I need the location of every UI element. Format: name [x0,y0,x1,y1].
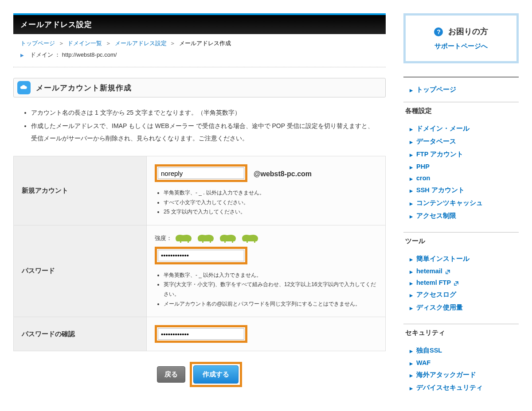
submit-highlight: 作成する [190,362,242,387]
sidebar-item: ディスク使用量 [410,301,519,314]
strength-label: 強度： [155,235,172,241]
info-note: 作成したメールアドレスで、IMAP もしくは WEBメーラー で受信される場合、… [31,120,377,144]
password-strength: 強度： [155,233,377,244]
breadcrumb-domains[interactable]: ドメイン一覧 [67,40,102,47]
mail-cloud-icon [17,81,31,94]
password-highlight [155,247,247,264]
external-link-icon [454,280,459,286]
sidebar-link[interactable]: ディスク使用量 [410,304,463,311]
sidebar-item: SSH アカウント [410,184,519,197]
note-item: 半角英数字、- _ 以外は入力できません。 [164,271,377,280]
sidebar-link[interactable]: 簡単インストール [410,255,469,262]
hippo-icon [176,233,192,244]
breadcrumb-mail[interactable]: メールアドレス設定 [115,40,167,47]
help-icon: ? [434,27,443,36]
sidebar-link[interactable]: hetemail [410,268,450,275]
sidebar-item: 簡単インストール [410,252,519,265]
form-table: 新規アカウント @webst8-pc.com 半角英数字、- _ . 以外は入力… [13,156,386,351]
sidebar-list: 簡単インストールhetemailheteml FTPアクセスログディスク使用量 [403,252,519,324]
sidebar-heading: セキュリティ [403,324,519,344]
domain-line: ▶ ドメイン ： http://webst8-pc.com/ [13,50,386,67]
back-button[interactable]: 戻る [157,366,185,383]
sidebar-item: hetemail [410,265,519,277]
hippo-icon [242,233,258,244]
sidebar-item: 海外アタックガード [410,368,519,381]
account-input[interactable] [158,167,244,179]
sidebar-top-link[interactable]: トップページ [410,85,456,93]
note-item: メールアカウント名の@以前とパスワードを同じ文字列にすることはできません。 [164,299,377,309]
breadcrumb-separator: ＞ [170,40,176,47]
section-title: メールアカウント新規作成 [36,83,132,93]
sidebar-list: 独自SSLWAF海外アタックガードデバイスセキュリティ [403,344,519,404]
sidebar-item: cron [410,172,519,184]
password-confirm-highlight [155,325,247,343]
strength-indicator [176,233,258,244]
sidebar-link[interactable]: heteml FTP [410,279,459,286]
sidebar-item: ドメイン・メール [410,122,519,135]
submit-button[interactable]: 作成する [193,365,239,384]
sidebar-heading: ツール [403,232,519,252]
help-box: ? お困りの方 サポートページへ [403,13,519,63]
help-link[interactable]: サポートページへ [434,42,488,50]
button-row: 戻る 作成する [13,351,386,392]
note-item: すべて小文字で入力してください。 [164,198,377,208]
account-domain-suffix: @webst8-pc.com [254,170,312,178]
help-title: ? お困りの方 [410,26,512,37]
divider [13,67,386,67]
breadcrumb-separator: ＞ [106,40,111,47]
sidebar-item: 独自SSL [410,344,519,357]
sidebar-link[interactable]: デバイスセキュリティ [410,384,483,391]
note-item: 25 文字以内で入力してください。 [164,207,377,217]
domain-label: ドメイン ： http://webst8-pc.com/ [30,51,117,58]
password-confirm-input[interactable] [158,328,244,340]
breadcrumb: トップページ ＞ ドメイン一覧 ＞ メールアドレス設定 ＞ メールアドレス作成 [13,34,386,50]
account-highlight [155,164,247,182]
note-item: 英字(大文字・小文字)、数字をすべて組み合わせ、12文字以上16文字以内で入力し… [164,280,377,299]
sidebar-item: コンテンツキャッシュ [410,197,519,209]
breadcrumb-separator: ＞ [59,40,64,47]
sidebar-link[interactable]: FTP アカウント [410,151,463,158]
sidebar-link[interactable]: 海外アタックガード [410,371,476,378]
password-notes: 半角英数字、- _ 以外は入力できません。 英字(大文字・小文字)、数字をすべて… [155,271,377,309]
sidebar-item: heteml FTP [410,277,519,288]
breadcrumb-current: メールアドレス作成 [179,40,231,47]
help-title-text: お困りの方 [448,27,488,36]
sidebar-link[interactable]: アクセスログ [410,291,456,298]
sidebar-item: デバイスセキュリティ [410,381,519,394]
hippo-icon [198,233,214,244]
side-nav: トップページ 各種設定ドメイン・メールデータベースFTP アカウントPHPcro… [403,77,519,404]
hippo-icon [220,233,236,244]
section-header: メールアカウント新規作成 [13,78,386,97]
sidebar-link[interactable]: アクセス制限 [410,212,456,219]
page-title: メールアドレス設定 [13,13,386,34]
password-confirm-label: パスワードの確認 [14,317,147,351]
sidebar-list: ドメイン・メールデータベースFTP アカウントPHPcronSSH アカウントコ… [403,122,519,232]
external-link-icon [445,269,450,274]
sidebar-link[interactable]: SSH アカウント [410,186,465,194]
sidebar-item: PHP [410,161,519,172]
account-notes: 半角英数字、- _ . 以外は入力できません。 すべて小文字で入力してください。… [155,188,377,217]
sidebar-link[interactable]: PHP [410,163,430,170]
password-label: パスワード [14,225,147,317]
sidebar-link[interactable]: ドメイン・メール [410,125,469,132]
sidebar-item: アクセスログ [410,288,519,301]
sidebar-link[interactable]: WAF [410,359,430,366]
info-notes: アカウント名の長さは 1 文字から 25 文字までとなります。（半角英数字） 作… [13,106,386,156]
sidebar-link[interactable]: 独自SSL [410,347,442,354]
info-note: アカウント名の長さは 1 文字から 25 文字までとなります。（半角英数字） [31,106,377,119]
sidebar-item: データベース [410,135,519,148]
breadcrumb-top[interactable]: トップページ [20,40,55,47]
password-input[interactable] [158,250,244,261]
sidebar-item: アクセス制限 [410,209,519,222]
account-label: 新規アカウント [14,156,147,225]
sidebar-item: FTP アカウント [410,148,519,161]
arrow-icon: ▶ [20,53,24,58]
sidebar-item: WAF [410,357,519,368]
sidebar-heading: 各種設定 [403,102,519,122]
sidebar-link[interactable]: データベース [410,138,456,145]
note-item: 半角英数字、- _ . 以外は入力できません。 [164,188,377,198]
sidebar-link[interactable]: コンテンツキャッシュ [410,199,483,206]
sidebar-link[interactable]: cron [410,174,430,182]
